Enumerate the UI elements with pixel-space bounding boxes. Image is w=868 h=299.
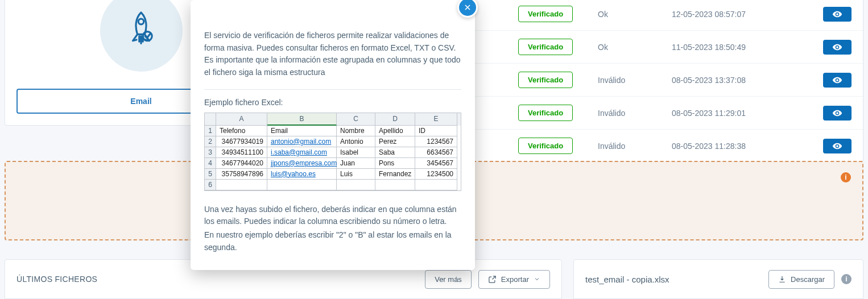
date-cell: 08-05-2023 13:37:08 — [672, 76, 817, 85]
divider — [204, 89, 461, 90]
view-button[interactable] — [823, 139, 852, 153]
excel-cell: jjpons@empresa.com — [267, 158, 337, 169]
close-icon — [463, 3, 472, 12]
excel-cell: 34934511100 — [216, 147, 267, 158]
section-title: ÚLTIMOS FICHEROS — [16, 275, 97, 284]
download-icon — [778, 275, 786, 283]
ver-mas-button[interactable]: Ver más — [425, 270, 472, 289]
excel-col-header: A — [216, 113, 267, 126]
excel-col-header: E — [415, 113, 457, 126]
excel-cell: Email — [267, 126, 337, 136]
excel-cell: 35758947896 — [216, 169, 267, 180]
close-button[interactable] — [457, 0, 478, 18]
excel-cell: i.saba@gmail.com — [267, 147, 337, 158]
rocket-illustration — [100, 0, 183, 72]
rocket-icon — [118, 8, 164, 53]
excel-corner — [205, 113, 216, 126]
excel-col-header: C — [337, 113, 375, 126]
excel-cell: Perez — [375, 136, 415, 147]
info-icon: i — [841, 172, 851, 182]
result-cell: Ok — [598, 10, 672, 19]
view-button[interactable] — [823, 40, 852, 55]
date-cell: 11-05-2023 18:50:49 — [672, 43, 817, 52]
excel-cell: Apellido — [375, 126, 415, 136]
excel-example: A B C D E 1 Telefono Email Nombre Apelli… — [204, 113, 461, 191]
chevron-down-icon — [534, 276, 540, 283]
excel-cell: 1234500 — [415, 169, 457, 180]
date-cell: 08-05-2023 11:28:38 — [672, 142, 817, 151]
view-button[interactable] — [823, 7, 852, 22]
example-label: Ejemplo fichero Excel: — [204, 98, 461, 107]
eye-icon — [832, 42, 842, 52]
excel-cell-empty — [375, 180, 415, 190]
status-badge: Verificado — [518, 138, 573, 154]
eye-icon — [832, 108, 842, 118]
excel-cell-empty — [415, 180, 457, 190]
excel-cell: 3454567 — [415, 158, 457, 169]
modal-paragraph-3: En nuestro ejemplo deberías escribir "2"… — [204, 229, 461, 254]
excel-row-num: 3 — [205, 147, 216, 158]
status-badge: Verificado — [518, 105, 573, 121]
eye-icon — [832, 75, 842, 85]
excel-cell: Saba — [375, 147, 415, 158]
descargar-button[interactable]: Descargar — [768, 270, 834, 289]
view-button[interactable] — [823, 106, 852, 121]
excel-cell-empty — [267, 180, 337, 190]
excel-row-num: 5 — [205, 169, 216, 180]
excel-cell: Antonio — [337, 136, 375, 147]
excel-cell: Pons — [375, 158, 415, 169]
excel-cell: Nombre — [337, 126, 375, 136]
excel-cell: Luis — [337, 169, 375, 180]
modal-paragraph-1: El servicio de verificación de ficheros … — [204, 30, 461, 79]
status-badge: Verificado — [518, 39, 573, 55]
view-button[interactable] — [823, 73, 852, 88]
excel-row-num: 1 — [205, 126, 216, 136]
file-card: test_email - copia.xlsx Descargar i — [573, 259, 863, 299]
excel-cell-empty — [337, 180, 375, 190]
result-cell: Inválido — [598, 142, 672, 151]
excel-row-num: 4 — [205, 158, 216, 169]
help-modal: El servicio de verificación de ficheros … — [191, 0, 475, 270]
excel-cell: luis@yahoo.es — [267, 169, 337, 180]
excel-cell: ID — [415, 126, 457, 136]
exportar-button[interactable]: Exportar — [478, 270, 550, 289]
eye-icon — [832, 9, 842, 19]
svg-point-0 — [138, 19, 144, 24]
excel-cell: Isabel — [337, 147, 375, 158]
date-cell: 12-05-2023 08:57:07 — [672, 10, 817, 19]
excel-col-header-selected: B — [267, 113, 337, 126]
result-cell: Ok — [598, 43, 672, 52]
excel-row-num: 2 — [205, 136, 216, 147]
info-icon-wrapper[interactable]: i — [841, 172, 851, 182]
excel-cell: 1234567 — [415, 136, 457, 147]
excel-cell-empty — [216, 180, 267, 190]
excel-cell: 34677934019 — [216, 136, 267, 147]
file-name: test_email - copia.xlsx — [585, 275, 669, 284]
result-cell: Inválido — [598, 76, 672, 85]
excel-row-num: 6 — [205, 180, 216, 190]
excel-cell: antonio@gmail.com — [267, 136, 337, 147]
result-cell: Inválido — [598, 109, 672, 118]
status-badge: Verificado — [518, 6, 573, 22]
excel-cell: Juan — [337, 158, 375, 169]
excel-cell: 34677944020 — [216, 158, 267, 169]
eye-icon — [832, 141, 842, 151]
excel-col-header: D — [375, 113, 415, 126]
date-cell: 08-05-2023 11:29:01 — [672, 109, 817, 118]
excel-cell: 6634567 — [415, 147, 457, 158]
excel-cell: Fernandez — [375, 169, 415, 180]
excel-cell: Telefono — [216, 126, 267, 136]
modal-paragraph-2: Una vez hayas subido el fichero, deberás… — [204, 204, 461, 228]
status-badge: Verificado — [518, 72, 573, 88]
info-icon[interactable]: i — [841, 274, 852, 284]
share-icon — [488, 275, 497, 284]
